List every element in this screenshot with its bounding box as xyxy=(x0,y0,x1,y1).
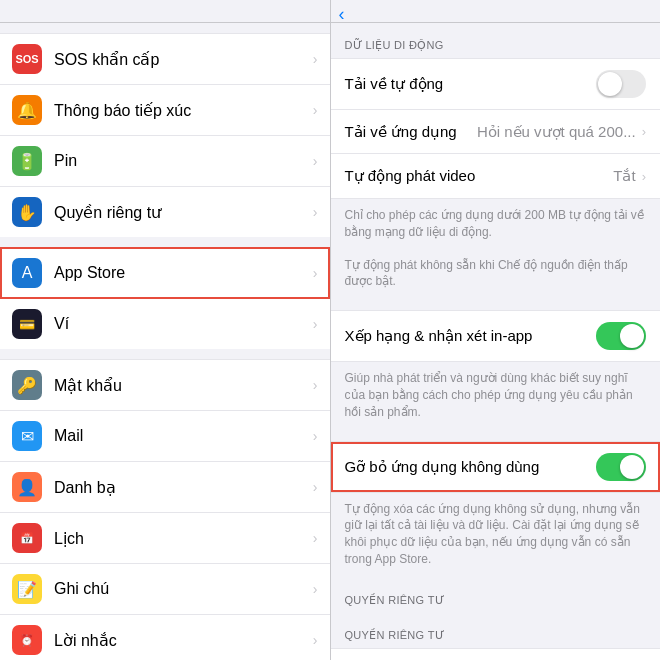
settings-group-1: AApp Store›💳Ví› xyxy=(0,247,330,349)
right-group-ratings: Xếp hạng & nhận xét in-app xyxy=(331,310,661,362)
divider-1 xyxy=(331,300,661,310)
battery-icon: 🔋 xyxy=(12,146,42,176)
right-group-mobile-data: Tải về tự độngTải về ứng dụngHỏi nếu vượ… xyxy=(331,58,661,199)
remove-unused-toggle-knob xyxy=(620,455,644,479)
sos-icon: SOS xyxy=(12,44,42,74)
right-item-in-app-ratings[interactable]: Xếp hạng & nhận xét in-app xyxy=(331,311,661,361)
section-title-mobile-data: DỮ LIỆU DI ĐỘNG xyxy=(331,23,661,58)
privacy-link-privacy-arcade[interactable]: App Store & Quyền riêng tư Arcade xyxy=(331,649,661,660)
divider-2 xyxy=(331,431,661,441)
contacts-icon: 👤 xyxy=(12,472,42,502)
sos-label: SOS khẩn cấp xyxy=(54,50,313,69)
calendar-label: Lịch xyxy=(54,529,313,548)
settings-group-2: 🔑Mật khẩu›✉Mail›👤Danh bạ›📅Lịch›📝Ghi chú›… xyxy=(0,359,330,660)
privacy-icon: ✋ xyxy=(12,197,42,227)
right-group-privacy-section: App Store & Quyền riêng tư ArcadeĐể xuất… xyxy=(331,648,661,660)
privacy-label: Quyền riêng tư xyxy=(54,203,313,222)
remove-unused-label: Gỡ bỏ ứng dụng không dùng xyxy=(345,458,597,476)
back-button[interactable]: ‹ xyxy=(339,4,347,25)
password-icon: 🔑 xyxy=(12,370,42,400)
settings-group-0: SOSSOS khẩn cấp›🔔Thông báo tiếp xúc›🔋Pin… xyxy=(0,33,330,237)
sos-chevron-icon: › xyxy=(313,51,318,67)
auto-download-toggle[interactable] xyxy=(596,70,646,98)
battery-label: Pin xyxy=(54,152,313,170)
notify-icon: 🔔 xyxy=(12,95,42,125)
settings-item-wallet[interactable]: 💳Ví› xyxy=(0,299,330,349)
mail-chevron-icon: › xyxy=(313,428,318,444)
settings-item-mail[interactable]: ✉Mail› xyxy=(0,411,330,462)
settings-item-notify[interactable]: 🔔Thông báo tiếp xúc› xyxy=(0,85,330,136)
right-item-auto-download[interactable]: Tải về tự động xyxy=(331,59,661,110)
settings-item-appstore[interactable]: AApp Store› xyxy=(0,247,330,299)
reminders-chevron-icon: › xyxy=(313,632,318,648)
notify-label: Thông báo tiếp xúc xyxy=(54,101,313,120)
in-app-ratings-toggle[interactable] xyxy=(596,322,646,350)
right-item-app-download[interactable]: Tải về ứng dụngHỏi nếu vượt quá 200...› xyxy=(331,110,661,154)
in-app-ratings-toggle-knob xyxy=(620,324,644,348)
reminders-icon: ⏰ xyxy=(12,625,42,655)
right-group-unused-apps: Gỡ bỏ ứng dụng không dùng xyxy=(331,441,661,493)
appstore-label: App Store xyxy=(54,264,313,282)
password-label: Mật khẩu xyxy=(54,376,313,395)
remove-unused-desc-desc: Tự động xóa các ứng dụng không sử dụng, … xyxy=(331,495,661,578)
appstore-icon: A xyxy=(12,258,42,288)
settings-item-password[interactable]: 🔑Mật khẩu› xyxy=(0,359,330,411)
auto-play-video-value: Tắt xyxy=(613,167,635,185)
settings-item-sos[interactable]: SOSSOS khẩn cấp› xyxy=(0,33,330,85)
settings-item-calendar[interactable]: 📅Lịch› xyxy=(0,513,330,564)
calendar-chevron-icon: › xyxy=(313,530,318,546)
app-download-value: Hỏi nếu vượt quá 200... xyxy=(477,123,636,141)
notes-icon: 📝 xyxy=(12,574,42,604)
settings-right-panel[interactable]: ‹ DỮ LIỆU DI ĐỘNGTải về tự độngTải về ứn… xyxy=(331,0,661,660)
settings-item-notes[interactable]: 📝Ghi chú› xyxy=(0,564,330,615)
notes-label: Ghi chú xyxy=(54,580,313,598)
notify-chevron-icon: › xyxy=(313,102,318,118)
wallet-chevron-icon: › xyxy=(313,316,318,332)
contacts-label: Danh bạ xyxy=(54,478,313,497)
auto-play-desc-desc: Tự động phát không sẵn khi Chế độ nguồn … xyxy=(331,251,661,301)
mail-icon: ✉ xyxy=(12,421,42,451)
settings-item-reminders[interactable]: ⏰Lời nhắc› xyxy=(0,615,330,660)
remove-unused-toggle[interactable] xyxy=(596,453,646,481)
settings-item-contacts[interactable]: 👤Danh bạ› xyxy=(0,462,330,513)
reminders-label: Lời nhắc xyxy=(54,631,313,650)
appstore-chevron-icon: › xyxy=(313,265,318,281)
left-panel-header xyxy=(0,0,330,23)
app-download-chevron-icon: › xyxy=(642,124,646,139)
auto-download-toggle-knob xyxy=(598,72,622,96)
ratings-desc-desc: Giúp nhà phát triển và người dùng khác b… xyxy=(331,364,661,430)
password-chevron-icon: › xyxy=(313,377,318,393)
app-download-label: Tải về ứng dụng xyxy=(345,123,477,141)
contacts-chevron-icon: › xyxy=(313,479,318,495)
notes-chevron-icon: › xyxy=(313,581,318,597)
battery-chevron-icon: › xyxy=(313,153,318,169)
wallet-icon: 💳 xyxy=(12,309,42,339)
auto-play-video-chevron-icon: › xyxy=(642,169,646,184)
in-app-ratings-label: Xếp hạng & nhận xét in-app xyxy=(345,327,597,345)
mail-label: Mail xyxy=(54,427,313,445)
right-item-remove-unused[interactable]: Gỡ bỏ ứng dụng không dùng xyxy=(331,442,661,492)
right-item-auto-play-video[interactable]: Tự động phát videoTắt› xyxy=(331,154,661,198)
auto-download-label: Tải về tự động xyxy=(345,75,597,93)
settings-item-battery[interactable]: 🔋Pin› xyxy=(0,136,330,187)
section-title-privacy-section: QUYỀN RIÊNG TƯ xyxy=(331,578,661,613)
calendar-icon: 📅 xyxy=(12,523,42,553)
privacy-chevron-icon: › xyxy=(313,204,318,220)
section-title-privacy-section: QUYỀN RIÊNG TƯ xyxy=(331,613,661,648)
settings-left-panel: SOSSOS khẩn cấp›🔔Thông báo tiếp xúc›🔋Pin… xyxy=(0,0,330,660)
auto-play-video-label: Tự động phát video xyxy=(345,167,614,185)
wallet-label: Ví xyxy=(54,315,313,333)
back-chevron-icon: ‹ xyxy=(339,4,345,25)
app-download-desc-desc: Chỉ cho phép các ứng dụng dưới 200 MB tự… xyxy=(331,201,661,251)
right-panel-header: ‹ xyxy=(331,0,661,23)
settings-item-privacy[interactable]: ✋Quyền riêng tư› xyxy=(0,187,330,237)
